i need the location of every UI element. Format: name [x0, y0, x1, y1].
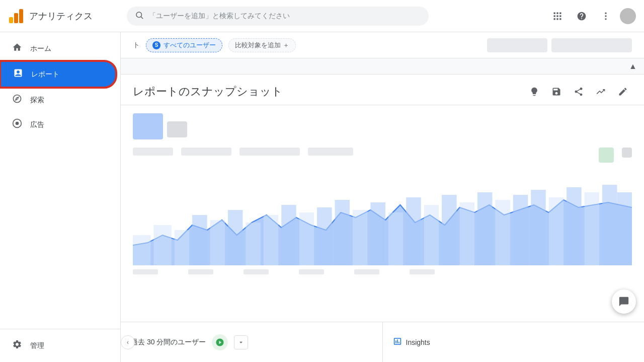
- edit-button[interactable]: [614, 83, 632, 101]
- search-bar[interactable]: 「ユーザーを追加」と検索してみてください: [127, 7, 429, 26]
- left-collapse-button[interactable]: ‹: [121, 335, 135, 349]
- metric-label-3: [239, 148, 300, 156]
- svg-rect-2: [19, 9, 23, 23]
- sidebar-item-ads[interactable]: 広告: [0, 112, 116, 137]
- svg-rect-1: [14, 13, 18, 23]
- avatar[interactable]: [620, 8, 636, 24]
- svg-rect-8: [554, 15, 555, 17]
- svg-rect-7: [559, 12, 561, 14]
- svg-point-14: [605, 12, 606, 14]
- axis-label-1: [133, 269, 158, 274]
- svg-rect-24: [228, 210, 243, 265]
- metric-box-gray: [622, 148, 632, 158]
- svg-rect-31: [353, 210, 368, 265]
- apps-button[interactable]: [547, 6, 568, 26]
- sidebar-item-home-label: ホーム: [30, 44, 51, 53]
- sidebar-item-report-label: レポート: [31, 70, 59, 79]
- segment-icon: S: [152, 41, 160, 49]
- svg-rect-38: [477, 192, 493, 265]
- compare-label: 比較対象を追加: [235, 41, 281, 50]
- svg-point-15: [605, 15, 606, 17]
- metric-label-2: [181, 148, 231, 156]
- svg-rect-10: [559, 15, 561, 17]
- sidebar-item-explore[interactable]: 探索: [0, 88, 116, 112]
- report-main: レポートのスナップショット: [121, 75, 644, 322]
- search-placeholder: 「ユーザーを追加」と検索してみてください: [149, 12, 290, 21]
- wave-chart: [133, 165, 632, 265]
- date-range-chip[interactable]: [487, 38, 547, 52]
- svg-rect-9: [556, 15, 558, 17]
- body-layout: ホーム レポート 探索 広告 管理: [0, 32, 644, 362]
- svg-line-4: [141, 17, 142, 18]
- lightbulb-button[interactable]: [525, 83, 543, 101]
- report-title: レポートのスナップショット: [133, 84, 283, 99]
- svg-rect-34: [406, 197, 421, 265]
- svg-point-3: [136, 12, 142, 18]
- svg-rect-30: [335, 200, 350, 265]
- svg-rect-21: [175, 230, 190, 265]
- svg-rect-29: [317, 207, 332, 265]
- svg-rect-43: [567, 187, 582, 265]
- sidebar-item-ads-label: 広告: [30, 120, 44, 129]
- svg-rect-45: [602, 185, 617, 265]
- sidebar-item-explore-label: 探索: [30, 96, 44, 105]
- segment-label: すべてのユーザー: [164, 41, 216, 50]
- svg-point-18: [16, 122, 19, 125]
- metric-box-1: [133, 113, 163, 139]
- svg-rect-0: [9, 17, 13, 23]
- axis-label-4: [299, 269, 324, 274]
- svg-rect-11: [554, 18, 555, 20]
- compare-plus-icon: ＋: [283, 41, 289, 50]
- home-icon: [12, 42, 22, 55]
- app-title: アナリティクス: [29, 10, 93, 22]
- metric-label-1: [133, 148, 173, 156]
- svg-rect-36: [442, 195, 457, 265]
- svg-rect-5: [554, 12, 555, 14]
- realtime-label: 過去 30 分間のユーザー: [131, 338, 206, 347]
- report-icon: [13, 68, 23, 81]
- admin-gear-icon: [12, 339, 22, 352]
- date-compare-chip[interactable]: [551, 38, 632, 52]
- svg-rect-41: [531, 190, 546, 265]
- sidebar-item-home[interactable]: ホーム: [0, 36, 116, 61]
- trending-button[interactable]: [592, 83, 610, 101]
- bottom-panel: ‹ 過去 30 分間のユーザー Insights: [121, 322, 644, 362]
- compare-chip[interactable]: 比較対象を追加 ＋: [228, 38, 296, 52]
- feedback-fab[interactable]: [612, 289, 636, 314]
- bottom-right-panel[interactable]: Insights: [383, 322, 645, 362]
- all-users-chip[interactable]: S すべてのユーザー: [146, 38, 222, 52]
- svg-rect-25: [246, 223, 261, 265]
- svg-rect-28: [299, 212, 314, 265]
- svg-rect-27: [281, 205, 296, 265]
- sidebar-item-report[interactable]: レポート: [0, 61, 116, 88]
- header-right: [547, 6, 636, 26]
- save-button[interactable]: [547, 83, 566, 101]
- chart-area: [121, 105, 644, 322]
- more-vert-button[interactable]: [596, 6, 616, 26]
- svg-rect-13: [559, 18, 561, 20]
- insights-label: Insights: [406, 338, 430, 346]
- help-button[interactable]: [572, 6, 592, 26]
- svg-rect-12: [556, 18, 558, 20]
- main-content: ト S すべてのユーザー 比較対象を追加 ＋ ▲ レポートのスナップショット: [121, 32, 644, 362]
- sidebar-item-admin[interactable]: 管理: [0, 333, 116, 358]
- logo-area: アナリティクス: [8, 8, 119, 24]
- share-button[interactable]: [570, 83, 588, 101]
- top-header: アナリティクス 「ユーザーを追加」と検索してみてください: [0, 0, 644, 32]
- metric-box-green: [599, 148, 614, 163]
- svg-rect-39: [495, 200, 510, 265]
- collapse-up-button[interactable]: ▲: [626, 59, 640, 74]
- metric-label-4: [308, 148, 353, 156]
- sub-header-right: [487, 38, 632, 52]
- dropdown-button[interactable]: [234, 335, 248, 349]
- axis-label-2: [188, 269, 213, 274]
- explore-icon: [12, 94, 22, 106]
- svg-rect-23: [210, 220, 225, 265]
- status-chip[interactable]: [212, 334, 228, 350]
- ads-icon: [12, 118, 22, 131]
- svg-rect-37: [460, 202, 475, 265]
- second-collapse-bar: ▲: [121, 58, 644, 75]
- svg-rect-20: [153, 225, 171, 265]
- axis-label-3: [244, 269, 269, 274]
- bottom-left-panel: 過去 30 分間のユーザー: [121, 322, 383, 362]
